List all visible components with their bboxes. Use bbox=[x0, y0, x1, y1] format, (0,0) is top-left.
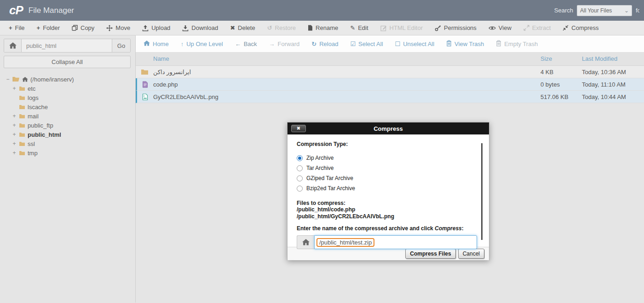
tree-item-ssl[interactable]: + ssl bbox=[6, 139, 135, 148]
compress-icon bbox=[563, 25, 569, 31]
radio-icon[interactable] bbox=[297, 165, 303, 171]
folder-icon bbox=[19, 141, 25, 146]
delete-x-icon: ✖ bbox=[230, 24, 235, 31]
dialog-header[interactable]: ✖ Compress bbox=[288, 122, 489, 134]
home-icon[interactable] bbox=[297, 235, 314, 249]
toolbar-extract[interactable]: Extract bbox=[518, 21, 557, 35]
expand-icon[interactable]: + bbox=[12, 85, 17, 92]
search-area: Search All Your Files ⌄ for bbox=[554, 5, 639, 16]
toolbar-rename[interactable]: Rename bbox=[302, 21, 344, 35]
tree-item-logs[interactable]: logs bbox=[6, 93, 135, 102]
expand-icon[interactable]: + bbox=[12, 150, 17, 156]
nav-up-one-level[interactable]: ↑ Up One Level bbox=[175, 41, 229, 47]
tree-item-mail[interactable]: + mail bbox=[6, 111, 135, 121]
toolbar-view[interactable]: View bbox=[483, 21, 518, 35]
file-path: /public_html/code.php bbox=[297, 206, 480, 213]
cancel-button[interactable]: Cancel bbox=[458, 249, 484, 259]
expand-icon[interactable]: + bbox=[12, 140, 17, 147]
html-editor-icon bbox=[380, 25, 387, 31]
folder-icon bbox=[136, 69, 153, 75]
trash-icon bbox=[446, 40, 452, 48]
toolbar-html-editor[interactable]: HTML Editor bbox=[374, 21, 429, 35]
toolbar-download[interactable]: Download bbox=[176, 21, 224, 35]
column-name[interactable]: Name bbox=[153, 55, 540, 62]
toolbar-compress[interactable]: Compress bbox=[557, 21, 604, 35]
tree-item-etc[interactable]: + etc bbox=[6, 84, 135, 93]
tree-item-label: tmp bbox=[28, 150, 38, 157]
go-button[interactable]: Go bbox=[112, 39, 130, 52]
tree-item-tmp[interactable]: + tmp bbox=[6, 148, 135, 157]
nav-view-trash[interactable]: View Trash bbox=[440, 40, 490, 48]
path-input[interactable] bbox=[22, 39, 112, 52]
archive-name-instruction: Enter the name of the compressed archive… bbox=[297, 225, 480, 232]
radio-zip-archive[interactable]: Zip Archive bbox=[297, 153, 480, 163]
toolbar-folder[interactable]: + Folder bbox=[31, 21, 66, 35]
file-name: code.php bbox=[153, 81, 540, 88]
nav-empty-trash[interactable]: Empty Trash bbox=[490, 40, 544, 48]
table-header: Name Size Last Modified bbox=[136, 52, 644, 66]
file-row-png[interactable]: GyCR2LEbcAAIVbL.png 517.06 KB Today, 10:… bbox=[136, 91, 644, 103]
archive-name-input[interactable]: /public_html/test.zip bbox=[314, 235, 477, 249]
radio-tar-archive[interactable]: Tar Archive bbox=[297, 163, 480, 173]
expand-icon[interactable]: + bbox=[12, 122, 17, 128]
tree-item-label: mail bbox=[28, 113, 39, 120]
tree-item-label: etc bbox=[28, 85, 35, 92]
compress-dialog: ✖ Compress Compression Type: Zip Archive… bbox=[287, 122, 489, 260]
home-icon[interactable] bbox=[4, 39, 22, 52]
dialog-scrollbar[interactable] bbox=[481, 143, 483, 240]
expand-icon[interactable]: + bbox=[12, 113, 17, 119]
nav-forward[interactable]: → Forward bbox=[263, 41, 306, 47]
tree-item-lscache[interactable]: lscache bbox=[6, 102, 135, 111]
expand-icon[interactable]: + bbox=[12, 131, 17, 138]
toolbar-restore[interactable]: ↺ Restore bbox=[261, 21, 302, 35]
compress-files-button[interactable]: Compress Files bbox=[405, 249, 455, 259]
column-last-modified[interactable]: Last Modified bbox=[582, 55, 644, 62]
toolbar-copy[interactable]: Copy bbox=[66, 21, 100, 35]
toolbar-compress-label: Compress bbox=[571, 24, 598, 31]
nav-back[interactable]: ← Back bbox=[229, 41, 263, 47]
file-row-folder[interactable]: ايرانسرور داكن 4 KB Today, 10:36 AM bbox=[136, 66, 644, 78]
close-icon[interactable]: ✖ bbox=[291, 125, 306, 132]
nav-unselect-all[interactable]: ☐ Unselect All bbox=[389, 41, 441, 47]
home-icon bbox=[144, 41, 150, 47]
toolbar-move[interactable]: Move bbox=[100, 21, 136, 35]
column-size[interactable]: Size bbox=[540, 55, 582, 62]
collapse-all-button[interactable]: Collapse All bbox=[4, 56, 131, 68]
toolbar-upload-label: Upload bbox=[151, 24, 170, 31]
nav-home[interactable]: Home bbox=[138, 41, 175, 47]
tree-item-label: lscache bbox=[28, 104, 48, 111]
radio-icon[interactable] bbox=[297, 175, 303, 181]
path-bar: Go bbox=[4, 39, 131, 52]
php-file-icon bbox=[137, 81, 153, 88]
tree-item-public-ftp[interactable]: + public_ftp bbox=[6, 121, 135, 130]
collapse-icon[interactable]: − bbox=[6, 76, 10, 82]
radio-label: Zip Archive bbox=[306, 155, 334, 161]
radio-bzip2-tar-archive[interactable]: Bzip2ed Tar Archive bbox=[297, 183, 480, 193]
toolbar-file-label: File bbox=[15, 24, 25, 31]
nav-reload[interactable]: ↻ Reload bbox=[305, 41, 344, 47]
instruction-emphasis: Compress bbox=[435, 225, 462, 232]
forward-arrow-icon: → bbox=[269, 41, 275, 47]
toolbar-delete[interactable]: ✖ Delete bbox=[224, 21, 261, 35]
instruction-text: Enter the name of the compressed archive… bbox=[297, 225, 435, 232]
tree-root[interactable]: − (/home/iranserv) bbox=[6, 75, 135, 84]
tree-children: + etc logs lscache + mail bbox=[6, 84, 135, 157]
toolbar-permissions[interactable]: Permissions bbox=[429, 21, 483, 35]
radio-icon[interactable] bbox=[297, 186, 303, 192]
nav-unselect-all-label: Unselect All bbox=[403, 41, 434, 47]
file-modified: Today, 10:36 AM bbox=[582, 69, 644, 76]
radio-label: GZiped Tar Archive bbox=[306, 175, 353, 181]
toolbar-move-label: Move bbox=[115, 24, 130, 31]
chevron-down-icon: ⌄ bbox=[624, 7, 629, 14]
open-folder-icon bbox=[12, 76, 20, 82]
tree-item-public-html[interactable]: + public_html bbox=[6, 130, 135, 139]
radio-selected-icon[interactable] bbox=[297, 155, 303, 161]
nav-select-all[interactable]: ☑ Select All bbox=[344, 41, 389, 47]
search-scope-select[interactable]: All Your Files ⌄ bbox=[577, 5, 632, 16]
file-row-code-php[interactable]: code.php 0 bytes Today, 11:10 AM bbox=[136, 78, 644, 91]
toolbar-edit[interactable]: ✎ Edit bbox=[344, 21, 374, 35]
toolbar-upload[interactable]: Upload bbox=[136, 21, 176, 35]
folder-icon bbox=[19, 86, 25, 91]
toolbar-file[interactable]: + File bbox=[3, 21, 31, 35]
radio-gzip-tar-archive[interactable]: GZiped Tar Archive bbox=[297, 173, 480, 183]
